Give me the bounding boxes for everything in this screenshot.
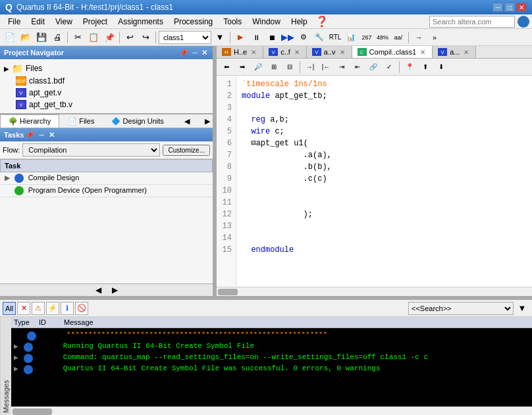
ed-btn-12[interactable]: 📍 <box>402 60 417 74</box>
editor-hscroll[interactable] <box>217 287 532 296</box>
menu-edit[interactable]: Edit <box>26 16 50 28</box>
cut-button[interactable]: ✂ <box>70 30 85 45</box>
message-search-select[interactable]: <<Search>> <box>408 302 514 315</box>
rtl-button[interactable]: RTL <box>328 30 342 45</box>
nav-pin-button[interactable]: 📌 <box>178 49 190 57</box>
customize-button[interactable]: Customize... <box>163 145 210 156</box>
ed-btn-14[interactable]: ⬇ <box>434 60 448 74</box>
toolbar-btn-10[interactable]: 48% <box>375 30 390 45</box>
flow-select[interactable]: Compilation <box>22 143 160 157</box>
search-dropdown-btn[interactable]: ▼ <box>515 301 529 316</box>
editor-tab-4[interactable]: V a... ✕ <box>433 46 476 58</box>
file-class1-bdf[interactable]: BDF class1.bdf <box>3 75 210 87</box>
project-select[interactable]: class1 <box>159 31 211 44</box>
editor-tab-0[interactable]: H H..e ✕ <box>217 46 263 58</box>
open-button[interactable]: 📂 <box>18 30 33 45</box>
ed-btn-13[interactable]: ⬆ <box>418 60 433 74</box>
tab-files[interactable]: 📄 Files <box>59 114 103 128</box>
undo-button[interactable]: ↩ <box>122 30 137 45</box>
menu-assignments[interactable]: Assignments <box>113 16 169 28</box>
ed-btn-5[interactable]: ⊟ <box>282 60 297 74</box>
tab-scroll-left[interactable]: ◀ <box>182 116 192 127</box>
ed-btn-1[interactable]: ⬅ <box>219 60 234 74</box>
tasks-pin-button[interactable]: 📌 <box>24 131 36 139</box>
ed-btn-8[interactable]: ⇥ <box>334 60 349 74</box>
msg-expand-2[interactable]: ▶ <box>14 342 18 351</box>
editor-tab-1[interactable]: V c..f ✕ <box>263 46 307 58</box>
nav-min-button[interactable]: ─ <box>191 49 199 57</box>
toolbar-btn-12[interactable]: → <box>412 30 426 45</box>
menu-tools[interactable]: Tools <box>218 16 247 28</box>
hscroll-thumb[interactable] <box>218 289 238 295</box>
filter-info[interactable]: ℹ <box>61 302 74 315</box>
search-input[interactable] <box>429 16 515 28</box>
menu-view[interactable]: View <box>50 16 78 28</box>
editor-tab-2[interactable]: V a..v ✕ <box>307 46 352 58</box>
tab-design-units[interactable]: 🔷 Design Units <box>103 114 172 128</box>
menu-file[interactable]: File <box>3 16 26 28</box>
table-row[interactable]: ▶ Compile Design <box>1 172 213 185</box>
editor-tab-3[interactable]: C Compil..class1 ✕ <box>352 46 433 58</box>
ed-btn-7[interactable]: |← <box>319 60 333 74</box>
tab-hierarchy[interactable]: 🌳 Hierarchy <box>0 114 59 128</box>
editor-tab-close-4[interactable]: ✕ <box>462 49 470 56</box>
ed-btn-4[interactable]: ⊞ <box>267 60 281 74</box>
toolbar-btn-11[interactable]: aa/ <box>391 30 406 45</box>
toolbar-btn-compile[interactable]: ▶▶ <box>280 30 295 45</box>
ed-btn-11[interactable]: ✓ <box>382 60 396 74</box>
save-button[interactable]: 💾 <box>34 30 49 45</box>
toolbar-btn-1[interactable]: ▶ <box>233 30 248 45</box>
ed-btn-10[interactable]: 🔗 <box>366 60 381 74</box>
files-folder[interactable]: ▶ 📁 Files <box>3 62 210 75</box>
msg-expand-3[interactable]: ▶ <box>14 353 18 362</box>
minimize-button[interactable]: ─ <box>492 3 503 12</box>
code-editor[interactable]: `timescale 1ns/1ns module apt_get_tb; re… <box>236 76 532 287</box>
file-apt-get-tb-v[interactable]: V apt_get_tb.v <box>3 99 210 110</box>
project-dropdown-button[interactable]: ▼ <box>213 30 227 45</box>
tasks-min-button[interactable]: ─ <box>38 131 45 139</box>
print-button[interactable]: 🖨 <box>50 30 65 45</box>
toolbar-btn-9[interactable]: 267 <box>359 30 374 45</box>
filter-suppressed[interactable]: 🚫 <box>75 302 88 315</box>
expand-icon-1[interactable]: ▶ <box>5 174 10 182</box>
toolbar-btn-6[interactable]: 🔧 <box>312 30 327 45</box>
editor-tab-close-0[interactable]: ✕ <box>250 49 257 56</box>
paste-button[interactable]: 📌 <box>102 30 117 45</box>
editor-tab-close-1[interactable]: ✕ <box>293 49 301 56</box>
menu-help[interactable]: Help <box>286 16 313 28</box>
message-area[interactable]: ****************************************… <box>11 328 532 406</box>
menu-processing[interactable]: Processing <box>169 16 218 28</box>
ed-btn-6[interactable]: →| <box>303 60 317 74</box>
editor-tab-close-2[interactable]: ✕ <box>338 49 346 56</box>
copy-button[interactable]: 📋 <box>86 30 101 45</box>
toolbar-overflow[interactable]: » <box>427 30 442 45</box>
tasks-scroll-right[interactable]: ▶ <box>107 284 123 296</box>
ed-btn-9[interactable]: ⇤ <box>350 60 365 74</box>
menu-project[interactable]: Project <box>78 16 113 28</box>
tasks-scroll-left[interactable]: ◀ <box>90 284 107 296</box>
toolbar-btn-3[interactable]: ⏹ <box>265 30 279 45</box>
toolbar-btn-2[interactable]: ⏸ <box>249 30 263 45</box>
messages-side-label[interactable]: Messages <box>0 317 11 415</box>
filter-crit-warn[interactable]: ⚡ <box>46 302 59 315</box>
editor-tab-close-3[interactable]: ✕ <box>419 49 427 56</box>
message-hscroll[interactable] <box>11 406 532 415</box>
filter-error[interactable]: ✕ <box>17 302 30 315</box>
maximize-button[interactable]: □ <box>504 3 515 12</box>
file-apt-get-v[interactable]: V apt_get.v <box>3 87 210 99</box>
table-row[interactable]: ▶ Program Device (Open Programmer) <box>1 185 213 197</box>
filter-all[interactable]: All <box>3 302 16 315</box>
toolbar-btn-5[interactable]: ⚙ <box>296 30 311 45</box>
menu-window[interactable]: Window <box>247 16 286 28</box>
tasks-close-button[interactable]: ✕ <box>47 131 56 139</box>
msg-hscroll-thumb[interactable] <box>13 408 52 415</box>
close-button[interactable]: ✕ <box>516 3 527 12</box>
ed-btn-3[interactable]: 🔎 <box>251 60 265 74</box>
tab-scroll-right[interactable]: ▶ <box>202 116 213 127</box>
toolbar-btn-8[interactable]: 📊 <box>344 30 358 45</box>
ed-btn-2[interactable]: ➡ <box>235 60 250 74</box>
filter-warning[interactable]: ⚠ <box>32 302 45 315</box>
msg-expand-4[interactable]: ▶ <box>14 364 18 373</box>
new-button[interactable]: 📄 <box>3 30 17 45</box>
redo-button[interactable]: ↪ <box>138 30 153 45</box>
